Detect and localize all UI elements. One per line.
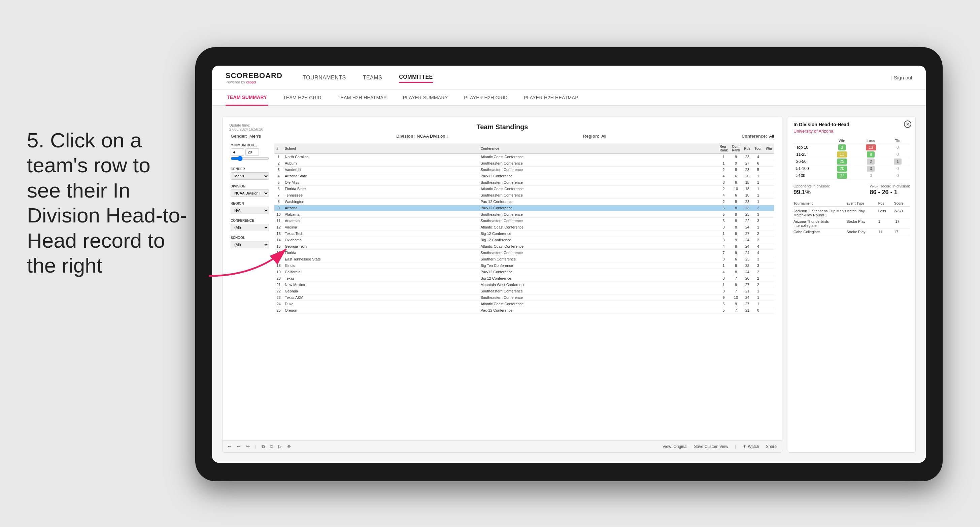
sub-nav-player-h2h-grid[interactable]: PLAYER H2H GRID: [463, 89, 509, 106]
table-row[interactable]: 3 Vanderbilt Southeastern Conference 2 8…: [274, 167, 774, 173]
table-row[interactable]: 22 Georgia Southeastern Conference 8 7 2…: [274, 288, 774, 294]
cell-conf-rank: 8: [730, 205, 742, 211]
cell-win: [764, 269, 774, 275]
nav-committee[interactable]: COMMITTEE: [399, 72, 433, 83]
cell-school: Oregon: [283, 307, 478, 314]
table-row[interactable]: 8 Washington Pac-12 Conference 2 8 23 1: [274, 198, 774, 205]
table-row[interactable]: 10 Alabama Southeastern Conference 5 8 2…: [274, 211, 774, 218]
redo-btn[interactable]: ↪: [246, 444, 250, 449]
sign-out-button[interactable]: Sign out: [891, 75, 912, 81]
undo2-btn[interactable]: ↩: [237, 444, 241, 449]
table-row[interactable]: 20 Texas Big 12 Conference 3 7 20 2: [274, 275, 774, 282]
watch-btn[interactable]: 👁 Watch: [743, 444, 759, 449]
h2h-col-loss: Loss: [856, 138, 885, 144]
table-row[interactable]: 12 Virginia Atlantic Coast Conference 3 …: [274, 224, 774, 230]
h2h-cell-loss: 0: [856, 172, 885, 179]
tournament-row[interactable]: Cabo Collegiate Stroke Play 11 17: [794, 229, 910, 235]
h2h-close-btn[interactable]: ✕: [904, 121, 911, 128]
tournament-row[interactable]: Arizona Thunderbirds Intercollegiate Str…: [794, 218, 910, 229]
outer-wrapper: 5. Click on a team's row to see their In…: [0, 0, 980, 527]
cell-conf-rank: 9: [730, 250, 742, 256]
cell-conf-rank: 10: [730, 186, 742, 192]
paste-btn[interactable]: ⧉: [270, 444, 273, 449]
table-row[interactable]: 2 Auburn Southeastern Conference 1 9 27 …: [274, 160, 774, 167]
cell-conf-rank: 9: [730, 282, 742, 288]
table-row[interactable]: 17 East Tennessee State Southern Confere…: [274, 256, 774, 262]
table-row[interactable]: 16 Florida Southeastern Conference 7 9 2…: [274, 250, 774, 256]
gender-select[interactable]: Men's Women's: [231, 172, 269, 180]
h2h-cell-loss: 13: [856, 144, 885, 151]
cell-conf-rank: 6: [730, 256, 742, 262]
table-row[interactable]: 19 California Pac-12 Conference 4 8 24 2: [274, 269, 774, 275]
cell-rds: 18: [742, 192, 752, 198]
nav-tournaments[interactable]: TOURNAMENTS: [303, 73, 346, 83]
logo-sub: Powered by clippd: [226, 80, 282, 84]
table-row[interactable]: 4 Arizona State Pac-12 Conference 4 6 26…: [274, 173, 774, 179]
view-original-btn[interactable]: View: Original: [663, 444, 687, 449]
division-select[interactable]: NCAA Division I NCAA Division II: [231, 189, 269, 197]
main-panel: Update time: 27/03/2024 16:56:26 Team St…: [222, 116, 783, 452]
cell-reg-rank: 5: [718, 301, 730, 307]
cell-reg-rank: 3: [718, 275, 730, 282]
table-row[interactable]: 1 North Carolina Atlantic Coast Conferen…: [274, 154, 774, 160]
h2h-cell-loss: 2: [856, 158, 885, 165]
nav-teams[interactable]: TEAMS: [363, 73, 382, 83]
table-row[interactable]: 15 Georgia Tech Atlantic Coast Conferenc…: [274, 243, 774, 250]
table-row[interactable]: 23 Texas A&M Southeastern Conference 9 1…: [274, 294, 774, 301]
share-btn[interactable]: Share: [766, 444, 777, 449]
sub-nav-team-h2h-grid[interactable]: TEAM H2H GRID: [282, 89, 323, 106]
table-row[interactable]: 9 Arizona Pac-12 Conference 5 8 23 2: [274, 205, 774, 211]
cell-school: Arkansas: [283, 218, 478, 224]
table-row[interactable]: 11 Arkansas Southeastern Conference 6 8 …: [274, 218, 774, 224]
table-row[interactable]: 21 New Mexico Mountain West Conference 1…: [274, 282, 774, 288]
table-row[interactable]: 13 Texas Tech Big 12 Conference 1 9 27 2: [274, 230, 774, 237]
table-row[interactable]: 18 Illinois Big Ten Conference 1 9 23 3: [274, 262, 774, 269]
cell-reg-rank: 5: [718, 307, 730, 314]
h2h-cell-tie: 0: [885, 144, 910, 151]
table-row[interactable]: 24 Duke Atlantic Coast Conference 5 9 27…: [274, 301, 774, 307]
region-select[interactable]: N/A All: [231, 206, 269, 214]
cell-tour: 1: [752, 288, 764, 294]
undo-btn[interactable]: ↩: [228, 444, 232, 449]
save-custom-btn[interactable]: Save Custom View: [694, 444, 728, 449]
cell-conference: Southeastern Conference: [478, 218, 718, 224]
h2h-row: Top 10 3 13 0: [794, 144, 910, 151]
sub-nav-player-summary[interactable]: PLAYER SUMMARY: [402, 89, 449, 106]
sub-nav-player-h2h-heatmap[interactable]: PLAYER H2H HEATMAP: [522, 89, 580, 106]
h2h-cell-win: 27: [827, 172, 856, 179]
add-btn[interactable]: ⊕: [287, 444, 291, 449]
cell-tour: 2: [752, 237, 764, 243]
min-rounds-input[interactable]: [231, 148, 244, 156]
play-btn[interactable]: ▷: [278, 444, 282, 449]
h2h-cell-win: 11: [827, 151, 856, 158]
cell-tour: 1: [752, 301, 764, 307]
h2h-title: In Division Head-to-Head: [794, 122, 910, 127]
cell-tour: 3: [752, 211, 764, 218]
cell-conf-rank: 9: [730, 237, 742, 243]
min-rounds-slider[interactable]: [231, 156, 269, 161]
table-row[interactable]: 5 Ole Miss Southeastern Conference 3 6 1…: [274, 179, 774, 186]
cell-conference: Pac-12 Conference: [478, 198, 718, 205]
cell-rds: 27: [742, 282, 752, 288]
school-select[interactable]: (All): [231, 241, 269, 248]
table-row[interactable]: 6 Florida State Atlantic Coast Conferenc…: [274, 186, 774, 192]
cell-tour: 5: [752, 167, 764, 173]
tournament-row[interactable]: Jackson T. Stephens Cup Men's Match-Play…: [794, 208, 910, 218]
h2h-body: Top 10 3 13 0 11-25 11 8 0 26-50 25 2 1 …: [794, 144, 910, 179]
table-row[interactable]: 7 Tennessee Southeastern Conference 4 6 …: [274, 192, 774, 198]
lc-conference: Conference (All): [231, 219, 269, 231]
min-rounds-max-input[interactable]: [245, 148, 259, 156]
table-row[interactable]: 14 Oklahoma Big 12 Conference 3 9 24 2: [274, 237, 774, 243]
filter-division: Division: NCAA Division I: [396, 133, 448, 139]
cell-win: [764, 288, 774, 294]
copy-btn[interactable]: ⧉: [262, 444, 265, 449]
conference-select[interactable]: (All): [231, 224, 269, 231]
sub-nav-team-summary[interactable]: TEAM SUMMARY: [226, 89, 268, 106]
col-rank: #: [274, 143, 283, 154]
cell-win: [764, 256, 774, 262]
table-row[interactable]: 25 Oregon Pac-12 Conference 5 7 21 0: [274, 307, 774, 314]
cell-win: [764, 211, 774, 218]
cell-rds: 27: [742, 301, 752, 307]
cell-conference: Southeastern Conference: [478, 211, 718, 218]
sub-nav-team-h2h-heatmap[interactable]: TEAM H2H HEATMAP: [336, 89, 388, 106]
